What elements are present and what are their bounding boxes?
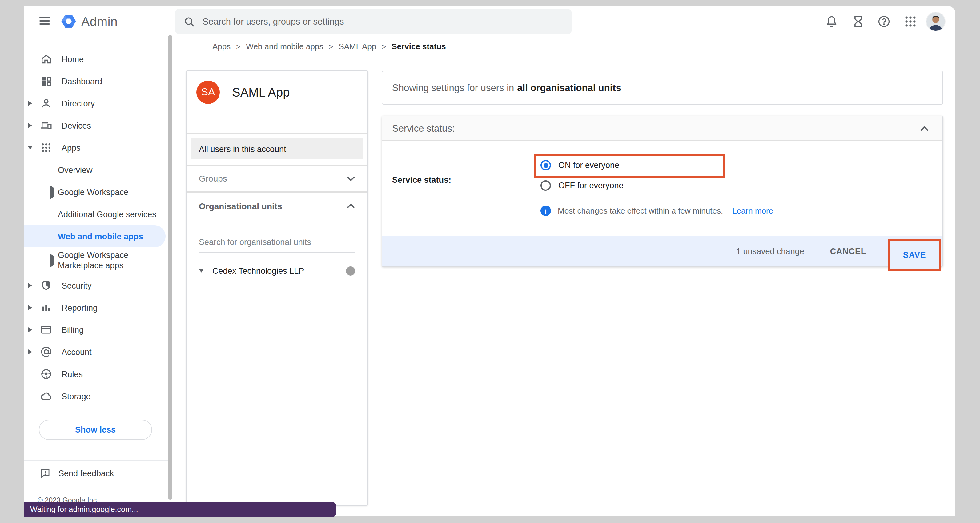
search-icon — [183, 16, 195, 27]
steering-wheel-icon — [40, 368, 52, 380]
navigation-sidebar: Home Dashboard — [24, 41, 168, 516]
sidebar-item-rules[interactable]: Rules — [24, 363, 168, 385]
expand-right-icon — [28, 327, 32, 332]
notifications-bell-icon[interactable] — [825, 15, 838, 28]
scope-summary-card: Showing settings for users in all organi… — [382, 71, 943, 105]
sidebar-item-overview[interactable]: Overview — [24, 159, 168, 181]
app-header: SA SAML App — [186, 71, 368, 134]
breadcrumb: Apps > Web and mobile apps > SAML App > … — [172, 35, 955, 59]
expand-right-icon — [28, 350, 32, 354]
chevron-up-icon — [920, 125, 929, 131]
show-less-button[interactable]: Show less — [39, 420, 152, 440]
breadcrumb-separator: > — [329, 42, 333, 51]
radio-unselected-icon[interactable] — [541, 180, 551, 191]
search-input[interactable] — [202, 17, 547, 27]
org-unit-tree-item[interactable]: Cedex Technologies LLP — [186, 262, 368, 280]
breadcrumb-apps[interactable]: Apps — [212, 42, 231, 51]
sidebar-item-google-workspace[interactable]: Google Workspace — [24, 181, 168, 203]
sidebar-item-devices[interactable]: Devices — [24, 114, 168, 137]
account-avatar[interactable] — [926, 12, 945, 31]
info-icon: i — [541, 205, 551, 216]
chevron-down-icon — [347, 176, 355, 181]
global-search-bar[interactable] — [175, 9, 572, 35]
admin-console-window: Admin — [24, 6, 955, 516]
radio-off-for-everyone[interactable]: OFF for everyone — [541, 180, 624, 191]
save-bar: 1 unsaved change CANCEL SAVE — [382, 236, 942, 266]
google-admin-logo[interactable]: Admin — [60, 13, 118, 30]
desktop-background: Admin — [0, 0, 980, 523]
send-feedback-button[interactable]: Send feedback — [40, 468, 114, 479]
apps-icon — [40, 141, 52, 154]
sidebar-item-storage[interactable]: Storage — [24, 385, 168, 407]
sidebar-item-home[interactable]: Home — [24, 48, 168, 70]
expand-right-icon — [50, 185, 54, 199]
sidebar-item-apps[interactable]: Apps — [24, 137, 168, 159]
breadcrumb-saml-app[interactable]: SAML App — [339, 42, 376, 51]
credit-card-icon — [40, 324, 52, 336]
breadcrumb-web-and-mobile-apps[interactable]: Web and mobile apps — [246, 42, 323, 51]
save-button-area: SAVE — [888, 236, 942, 267]
main-menu-icon[interactable] — [40, 17, 50, 25]
bar-chart-icon — [40, 302, 52, 314]
expand-right-icon — [28, 283, 32, 288]
breadcrumb-current-service-status: Service status — [391, 42, 445, 51]
sidebar-scrollbar[interactable] — [168, 35, 172, 500]
service-status-field-label: Service status: — [392, 175, 451, 184]
devices-icon — [40, 119, 52, 132]
cancel-button[interactable]: CANCEL — [821, 240, 875, 262]
person-icon — [40, 97, 52, 110]
sidebar-item-reporting[interactable]: Reporting — [24, 297, 168, 319]
sidebar-item-directory[interactable]: Directory — [24, 92, 168, 114]
help-icon[interactable] — [877, 15, 891, 28]
sidebar-item-web-and-mobile-apps[interactable]: Web and mobile apps — [24, 225, 165, 247]
groups-section-toggle[interactable]: Groups — [186, 165, 368, 192]
service-status-section-header[interactable]: Service status: — [382, 116, 942, 141]
app-title: SAML App — [232, 86, 290, 100]
sidebar-item-dashboard[interactable]: Dashboard — [24, 70, 168, 92]
organisational-units-section-toggle[interactable]: Organisational units — [186, 192, 368, 219]
service-status-card: Service status: Service status: ON for e… — [382, 116, 943, 267]
unsaved-changes-text: 1 unsaved change — [736, 247, 804, 256]
tree-collapse-icon[interactable] — [199, 269, 204, 273]
breadcrumb-separator: > — [382, 42, 386, 51]
app-scope-panel: SA SAML App All users in this account Gr… — [186, 70, 368, 506]
sidebar-item-additional-google-services[interactable]: Additional Google services — [24, 203, 168, 225]
info-note: i Most changes take effect within a few … — [541, 205, 773, 216]
at-sign-icon — [40, 346, 52, 358]
home-icon — [40, 53, 52, 65]
radio-on-for-everyone[interactable]: ON for everyone — [541, 160, 619, 170]
admin-hexagon-logo-icon — [60, 13, 77, 30]
cloud-icon — [40, 390, 52, 402]
org-unit-handle-dot — [346, 266, 355, 275]
scope-name: all organisational units — [517, 82, 621, 93]
breadcrumb-separator: > — [236, 42, 240, 51]
sidebar-item-billing[interactable]: Billing — [24, 319, 168, 341]
expand-right-icon — [50, 253, 54, 267]
radio-selected-icon[interactable] — [541, 160, 551, 170]
service-status-body: Service status: ON for everyone OFF for … — [382, 141, 942, 236]
browser-status-bar: Waiting for admin.google.com... — [24, 502, 336, 517]
google-apps-grid-icon[interactable] — [904, 15, 917, 28]
expand-right-icon — [28, 123, 32, 128]
expand-right-icon — [28, 101, 32, 106]
app-avatar: SA — [196, 81, 220, 104]
all-users-scope-item[interactable]: All users in this account — [191, 138, 363, 159]
sidebar-item-google-workspace-marketplace-apps[interactable]: Google Workspace Marketplace apps — [24, 247, 156, 274]
highlight-annotation-box: SAVE — [888, 238, 940, 271]
org-unit-search[interactable] — [199, 236, 355, 253]
brand-title: Admin — [81, 14, 118, 29]
dashboard-icon — [40, 75, 52, 87]
sidebar-item-account[interactable]: Account — [24, 341, 168, 363]
tasks-hourglass-icon[interactable] — [851, 15, 865, 28]
sidebar-footer-divider — [24, 460, 168, 461]
expand-right-icon — [28, 305, 32, 310]
feedback-icon — [40, 468, 51, 479]
collapse-down-icon — [28, 146, 33, 149]
sidebar-item-security[interactable]: Security — [24, 274, 168, 297]
chevron-up-icon — [347, 203, 355, 208]
save-button[interactable]: SAVE — [903, 250, 926, 259]
learn-more-link[interactable]: Learn more — [732, 206, 773, 215]
shield-icon — [40, 279, 52, 292]
org-unit-search-input[interactable] — [199, 237, 355, 247]
